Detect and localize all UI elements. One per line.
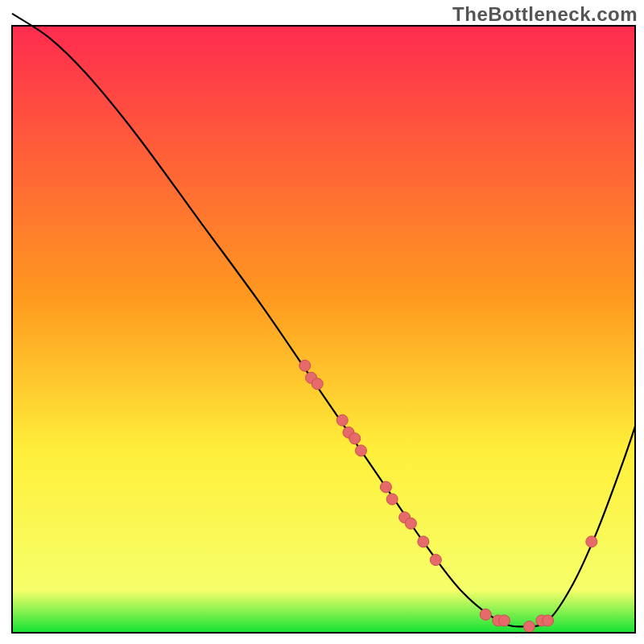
data-point: [312, 378, 323, 390]
data-point: [523, 621, 535, 632]
data-point: [336, 415, 348, 426]
plot-area: [12, 26, 635, 633]
data-point: [480, 609, 491, 620]
data-point: [299, 360, 311, 371]
data-point: [380, 481, 391, 493]
data-point: [418, 536, 429, 547]
data-point: [430, 555, 441, 566]
watermark-text: TheBottleneck.com: [452, 3, 638, 26]
data-point: [543, 615, 554, 626]
data-point: [355, 445, 366, 456]
data-point: [498, 615, 510, 626]
bottleneck-chart: [0, 0, 644, 644]
data-point: [405, 518, 416, 529]
data-point: [349, 433, 361, 444]
data-point: [586, 536, 597, 547]
data-point: [386, 493, 398, 505]
